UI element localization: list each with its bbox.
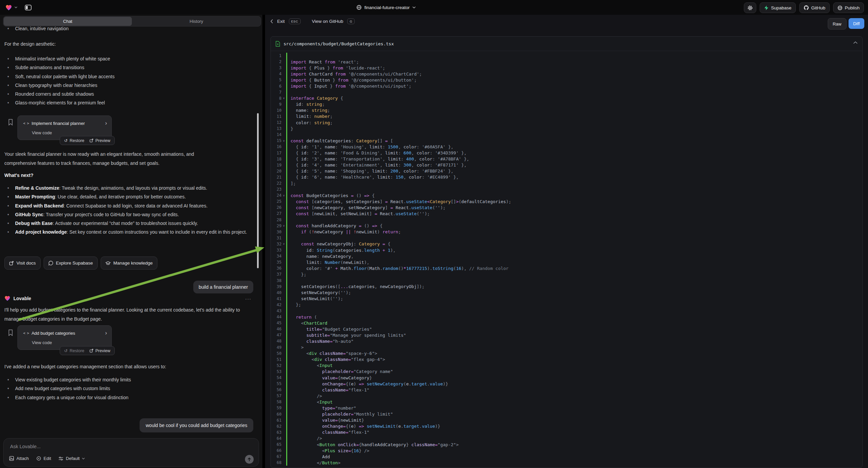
composer-input-placeholder[interactable]: Ask Lovable... [10, 444, 40, 449]
list-item: •Add project knowledge: Set key context … [4, 228, 257, 236]
code-line: 32∨ const newCategoryObj: Category = { [271, 241, 862, 247]
project-switcher[interactable]: financial-future-creator [356, 0, 416, 15]
line-number: 2 [271, 59, 281, 64]
fold-icon[interactable]: ∨ [281, 224, 286, 227]
list-item: •Minimalist interface with plenty of whi… [4, 54, 254, 63]
view-code-link[interactable]: View code [32, 130, 52, 135]
whats-next-list: •Refine & Customize: Tweak the design, a… [4, 184, 257, 237]
raw-toggle-button[interactable]: Raw [828, 18, 846, 30]
code-text: } [287, 126, 293, 131]
bookmark-icon[interactable] [8, 119, 13, 125]
code-text: ]; [287, 181, 296, 186]
code-text: name: newCategory, [287, 254, 354, 259]
chevron-right-icon: › [105, 330, 107, 337]
supabase-button[interactable]: Supabase [760, 2, 796, 13]
lovable-logo-icon[interactable] [5, 4, 12, 11]
edit-button[interactable]: Edit [36, 456, 51, 461]
line-number: 15 [271, 138, 281, 143]
line-number: 43 [271, 309, 281, 313]
code-line: 43 [271, 308, 862, 314]
fold-icon[interactable]: ∨ [281, 242, 286, 245]
code-text: import { Button } from '@/components/ui/… [287, 78, 417, 83]
preview-button[interactable]: Preview [90, 138, 110, 143]
line-number: 58 [271, 400, 281, 404]
code-text: onChange={(e) => setNewCategory(e.target… [287, 381, 448, 386]
logo-chevron-down-icon[interactable] [14, 6, 18, 8]
fold-icon[interactable]: ∨ [281, 194, 286, 197]
chevron-left-icon[interactable] [271, 19, 273, 24]
graduation-cap-icon [105, 261, 111, 266]
code-line: 12 color: string; [271, 119, 862, 125]
code-text: { id: '6', name: 'Healthcare', limit: 15… [287, 175, 459, 180]
restore-button[interactable]: ↺ Restore [64, 138, 84, 143]
fold-icon[interactable]: ∨ [281, 139, 286, 142]
code-text: import { Input } from '@/components/ui/i… [287, 84, 411, 89]
bullet-dot: • [7, 228, 9, 236]
code-line: 44 return ( [271, 314, 862, 320]
line-number: 3 [271, 65, 281, 70]
fold-icon[interactable]: ∨ [281, 97, 286, 100]
code-line: 28 [271, 217, 862, 223]
g-shortcut-badge: G [347, 19, 355, 24]
view-code-link[interactable]: View code [32, 340, 52, 345]
code-header-left: Exit ESC View on GitHub G [271, 19, 355, 24]
code-text: <ChartCard [287, 321, 328, 326]
supabase-bolt-icon [764, 5, 769, 10]
bullet-dot: • [7, 219, 9, 228]
code-line: 66 <Plus size={16} /> [271, 447, 862, 454]
code-line: 14 [271, 131, 862, 138]
view-on-github-button[interactable]: View on GitHub [312, 19, 344, 24]
sidebar-toggle-button[interactable] [25, 5, 32, 10]
external-link-icon [9, 261, 14, 266]
code-text: { id: '2', name: 'Food & Dining', limit:… [287, 150, 466, 155]
chat-scrollbar-thumb[interactable] [257, 113, 259, 268]
code-line: 13} [271, 125, 862, 131]
chat-bubble-icon [48, 261, 53, 266]
bullet-dot: • [7, 24, 9, 33]
line-number: 63 [271, 430, 281, 435]
chevron-up-icon[interactable] [853, 41, 858, 44]
code-line: 64 /> [271, 435, 862, 441]
line-number: 50 [271, 351, 281, 356]
added-line-gutter [286, 131, 287, 138]
list-item: •Refine & Customize: Tweak the design, a… [4, 184, 257, 193]
code-line: 31 [271, 235, 862, 241]
github-button[interactable]: GitHub [799, 2, 830, 13]
line-number: 5 [271, 78, 281, 82]
code-line: 38 [271, 277, 862, 283]
code-text: > [287, 345, 304, 350]
preview-button[interactable]: Preview [90, 349, 110, 353]
code-text: const [newCategory, setNewCategory] = Re… [287, 205, 445, 210]
explore-supabase-button[interactable]: Explore Supabase [43, 257, 98, 270]
file-header[interactable]: src/components/budget/BudgetCategories.t… [271, 37, 862, 51]
line-number: 46 [271, 327, 281, 331]
code-line: 34 name: newCategory, [271, 253, 862, 259]
restore-button[interactable]: ↺ Restore [64, 348, 84, 353]
line-number: 8 [271, 96, 281, 101]
code-line: 56 className="flex-1" [271, 387, 862, 393]
line-number: 29 [271, 224, 281, 228]
message-menu-ellipsis[interactable]: ... [245, 295, 252, 300]
bookmark-icon[interactable] [8, 329, 13, 336]
send-button[interactable] [245, 455, 254, 464]
settings-button[interactable] [744, 2, 756, 13]
bullet-dot: • [7, 54, 9, 63]
code-line: 10 name: string; [271, 108, 862, 114]
design-bullet-list: •Minimalist interface with plenty of whi… [4, 54, 254, 108]
diff-toggle-button[interactable]: Diff [848, 18, 864, 29]
code-line: 36 color: '#' + Math.floor(Math.random()… [271, 265, 862, 271]
publish-button[interactable]: Publish [833, 2, 864, 13]
code-line: 15∨const defaultCategories: Category[] =… [271, 138, 862, 144]
line-number: 14 [271, 132, 281, 137]
mode-selector[interactable]: Default [58, 456, 85, 461]
code-editor[interactable]: 12import React from 'react';3import { Pl… [271, 51, 862, 468]
code-text: <Input [287, 400, 333, 405]
code-line: 20 { id: '5', name: 'Shopping', limit: 2… [271, 168, 862, 174]
line-number: 52 [271, 363, 281, 368]
composer[interactable]: Ask Lovable... Attach Edit Default [3, 438, 259, 467]
line-number: 45 [271, 321, 281, 325]
exit-button[interactable]: Exit [277, 19, 285, 24]
attach-button[interactable]: Attach [9, 456, 29, 461]
manage-knowledge-button[interactable]: Manage knowledge [101, 257, 157, 270]
visit-docs-button[interactable]: Visit docs [4, 257, 40, 270]
